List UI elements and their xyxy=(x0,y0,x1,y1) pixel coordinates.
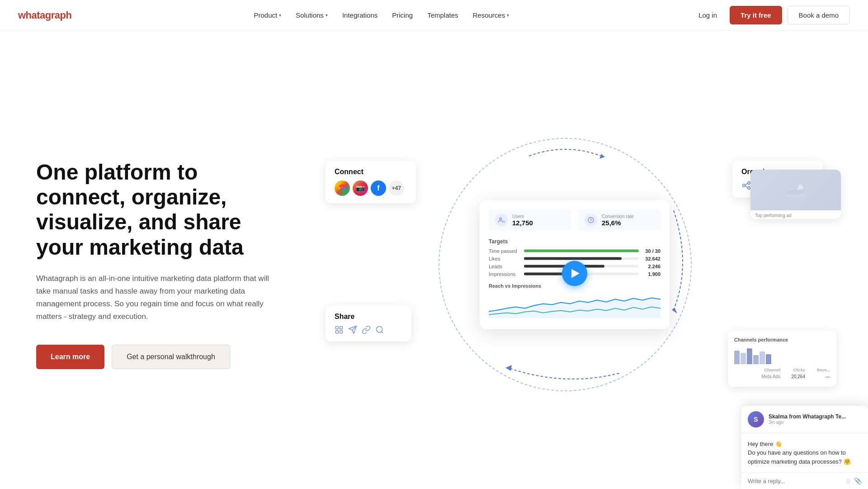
conversion-value: 25,6% xyxy=(602,218,634,226)
connect-title: Connect xyxy=(335,168,407,176)
dashboard-stats: Users 12,750 Conversion rate 25,6% xyxy=(489,209,660,231)
reach-chart: Reach vs Impressions xyxy=(489,283,660,320)
chevron-down-icon: ▾ xyxy=(326,13,328,18)
connect-card: Connect 📷 f +47 xyxy=(326,161,416,203)
ad-image xyxy=(750,170,841,210)
target-bar-background xyxy=(524,257,639,260)
hero-description: Whatagraph is an all-in-one intuitive ma… xyxy=(36,272,271,323)
chat-time: 3m ago xyxy=(769,420,862,425)
nav-item-solutions[interactable]: Solutions ▾ xyxy=(289,8,334,23)
svg-marker-21 xyxy=(489,298,660,318)
facebook-icon: f xyxy=(371,180,386,196)
hero-visual: Connect 📷 f +47 Organize xyxy=(298,133,832,396)
chat-input-icons: ☺ 📎 xyxy=(845,477,862,484)
chat-header: S Skalma from Whatagraph Te... 3m ago xyxy=(741,406,868,433)
instagram-icon: 📷 xyxy=(353,180,368,196)
chat-meta: Skalma from Whatagraph Te... 3m ago xyxy=(769,413,862,425)
nav-item-product[interactable]: Product ▾ xyxy=(247,8,288,23)
attachment-icon[interactable]: 📎 xyxy=(854,477,862,484)
hero-buttons: Learn more Get a personal walkthrough xyxy=(36,345,271,369)
conversion-label: Conversion rate xyxy=(602,214,634,218)
target-bar-fill xyxy=(524,257,622,260)
logo[interactable]: whatagraph xyxy=(18,9,71,21)
users-icon xyxy=(495,214,508,226)
reach-chart-svg xyxy=(489,291,660,318)
users-label: Users xyxy=(512,214,533,218)
share-title: Share xyxy=(335,313,402,321)
bar xyxy=(760,351,765,364)
svg-rect-24 xyxy=(340,326,343,329)
svg-point-3 xyxy=(743,184,745,187)
target-value: 1.900 xyxy=(642,271,660,276)
chat-agent-name: Skalma from Whatagraph Te... xyxy=(769,413,862,420)
bar xyxy=(766,354,771,364)
chat-widget: S Skalma from Whatagraph Te... 3m ago He… xyxy=(741,406,868,489)
svg-rect-23 xyxy=(336,326,339,329)
targets-title: Targets xyxy=(489,238,660,244)
svg-point-19 xyxy=(500,218,502,220)
channels-title: Channels performance xyxy=(734,337,830,342)
nav-item-pricing[interactable]: Pricing xyxy=(386,8,419,23)
chevron-down-icon: ▾ xyxy=(507,13,509,18)
more-platforms-badge: +47 xyxy=(389,180,404,196)
channels-table-header: Channel Clicks Reve... xyxy=(734,368,830,372)
svg-point-29 xyxy=(377,326,382,332)
svg-line-6 xyxy=(745,183,748,185)
hero-section: One platform to connect, organize, visua… xyxy=(0,31,868,489)
chat-body: Hey there 👋 Do you have any questions on… xyxy=(741,433,868,473)
target-row: Time passed 30 / 30 xyxy=(489,248,660,253)
svg-rect-25 xyxy=(336,330,339,333)
nav-item-integrations[interactable]: Integrations xyxy=(336,8,384,23)
conversion-stat: Conversion rate 25,6% xyxy=(578,209,660,231)
chat-input[interactable] xyxy=(748,478,841,484)
channels-card: Channels performance Channel Clicks Reve… xyxy=(728,331,836,387)
channels-row: Meta Ads 20,264 — xyxy=(734,374,830,379)
bar xyxy=(741,353,746,364)
top-ad-card: Top performing ad xyxy=(750,170,841,219)
navigation: whatagraph Product ▾ Solutions ▾ Integra… xyxy=(0,0,868,31)
target-label: Leads xyxy=(489,263,520,269)
chevron-down-icon: ▾ xyxy=(279,13,281,18)
users-stat: Users 12,750 xyxy=(489,209,571,231)
book-demo-button[interactable]: Book a demo xyxy=(788,6,850,24)
hero-content: One platform to connect, organize, visua… xyxy=(36,160,271,369)
share-card: Share xyxy=(326,305,411,342)
svg-line-7 xyxy=(745,185,748,187)
bar xyxy=(734,351,740,364)
google-ads-icon xyxy=(335,180,350,196)
target-value: 32.642 xyxy=(642,256,660,261)
chat-message: Hey there 👋 Do you have any questions on… xyxy=(748,440,862,466)
chat-input-row: ☺ 📎 xyxy=(741,472,868,489)
svg-line-30 xyxy=(382,331,383,333)
hero-title: One platform to connect, organize, visua… xyxy=(36,160,271,260)
bar xyxy=(753,355,759,364)
login-button[interactable]: Log in xyxy=(691,8,724,23)
share-icons xyxy=(335,325,402,334)
sneaker-icon xyxy=(782,176,809,204)
channels-bar-chart xyxy=(734,346,830,364)
svg-point-4 xyxy=(748,181,750,184)
connect-platform-icons: 📷 f +47 xyxy=(335,180,407,196)
target-bar-fill xyxy=(524,249,639,252)
conversion-icon xyxy=(585,214,597,226)
chat-avatar: S xyxy=(748,411,764,427)
walkthrough-button[interactable]: Get a personal walkthrough xyxy=(112,345,230,369)
nav-item-templates[interactable]: Templates xyxy=(421,8,464,23)
learn-more-button[interactable]: Learn more xyxy=(36,345,104,369)
emoji-icon[interactable]: ☺ xyxy=(845,477,851,484)
target-row: Likes 32.642 xyxy=(489,256,660,261)
dashboard-card: Users 12,750 Conversion rate 25,6% Targe… xyxy=(480,200,670,329)
target-bar-background xyxy=(524,249,639,252)
nav-links: Product ▾ Solutions ▾ Integrations Prici… xyxy=(247,8,515,23)
nav-item-resources[interactable]: Resources ▾ xyxy=(467,8,516,23)
svg-point-5 xyxy=(748,186,750,189)
play-button[interactable] xyxy=(562,261,587,286)
target-label: Impressions xyxy=(489,271,520,276)
target-value: 30 / 30 xyxy=(642,248,660,253)
brand-name: whatagraph xyxy=(18,9,71,21)
ad-label: Top performing ad xyxy=(750,210,841,219)
target-label: Likes xyxy=(489,256,520,261)
users-value: 12,750 xyxy=(512,218,533,226)
try-free-button[interactable]: Try it free xyxy=(730,6,782,24)
target-value: 2.246 xyxy=(642,263,660,269)
